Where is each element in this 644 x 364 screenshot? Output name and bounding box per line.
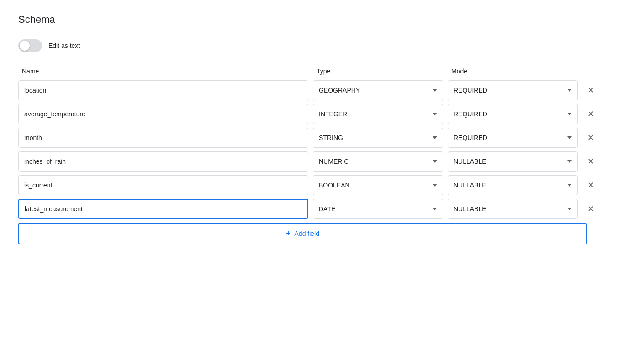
column-mode-header: Mode xyxy=(444,66,579,77)
remove-field-button[interactable]: ✕ xyxy=(582,82,599,99)
page-title: Schema xyxy=(18,14,626,26)
table-row: GEOGRAPHYINTEGERSTRINGNUMERICBOOLEANDATE… xyxy=(18,175,626,195)
remove-field-button[interactable]: ✕ xyxy=(582,130,599,146)
remove-field-button[interactable]: ✕ xyxy=(582,177,599,193)
field-type-select[interactable]: GEOGRAPHYINTEGERSTRINGNUMERICBOOLEANDATE… xyxy=(313,199,443,219)
field-type-select[interactable]: GEOGRAPHYINTEGERSTRINGNUMERICBOOLEANDATE… xyxy=(313,151,443,172)
edit-as-text-toggle-row: Edit as text xyxy=(18,39,626,52)
table-row: GEOGRAPHYINTEGERSTRINGNUMERICBOOLEANDATE… xyxy=(18,128,626,148)
plus-icon: + xyxy=(286,229,291,238)
field-mode-select[interactable]: REQUIREDNULLABLEREPEATED xyxy=(448,175,578,195)
field-type-select[interactable]: GEOGRAPHYINTEGERSTRINGNUMERICBOOLEANDATE… xyxy=(313,80,443,100)
field-mode-select[interactable]: REQUIREDNULLABLEREPEATED xyxy=(448,80,578,100)
field-type-select[interactable]: GEOGRAPHYINTEGERSTRINGNUMERICBOOLEANDATE… xyxy=(313,128,443,148)
column-type-header: Type xyxy=(309,66,444,77)
table-row: GEOGRAPHYINTEGERSTRINGNUMERICBOOLEANDATE… xyxy=(18,151,626,172)
field-name-input[interactable] xyxy=(18,128,308,148)
field-name-input[interactable] xyxy=(18,151,308,172)
edit-as-text-label: Edit as text xyxy=(48,42,80,49)
table-row: GEOGRAPHYINTEGERSTRINGNUMERICBOOLEANDATE… xyxy=(18,104,626,124)
remove-field-button[interactable]: ✕ xyxy=(582,201,599,217)
field-type-select[interactable]: GEOGRAPHYINTEGERSTRINGNUMERICBOOLEANDATE… xyxy=(313,175,443,195)
table-row: GEOGRAPHYINTEGERSTRINGNUMERICBOOLEANDATE… xyxy=(18,80,626,100)
column-name-header: Name xyxy=(19,66,309,77)
remove-field-button[interactable]: ✕ xyxy=(582,106,599,122)
field-name-input[interactable] xyxy=(18,80,308,100)
schema-header: Name Type Mode xyxy=(18,66,626,77)
table-row: GEOGRAPHYINTEGERSTRINGNUMERICBOOLEANDATE… xyxy=(18,199,626,219)
field-name-input[interactable] xyxy=(18,199,308,219)
field-mode-select[interactable]: REQUIREDNULLABLEREPEATED xyxy=(448,104,578,124)
field-name-input[interactable] xyxy=(18,175,308,195)
field-name-input[interactable] xyxy=(18,104,308,124)
field-mode-select[interactable]: REQUIREDNULLABLEREPEATED xyxy=(448,151,578,172)
field-mode-select[interactable]: REQUIREDNULLABLEREPEATED xyxy=(448,199,578,219)
add-field-label: Add field xyxy=(295,230,319,237)
field-mode-select[interactable]: REQUIREDNULLABLEREPEATED xyxy=(448,128,578,148)
schema-rows: GEOGRAPHYINTEGERSTRINGNUMERICBOOLEANDATE… xyxy=(18,80,626,219)
remove-field-button[interactable]: ✕ xyxy=(582,153,599,170)
edit-as-text-toggle[interactable] xyxy=(18,39,42,52)
add-field-button[interactable]: + Add field xyxy=(18,223,587,244)
field-type-select[interactable]: GEOGRAPHYINTEGERSTRINGNUMERICBOOLEANDATE… xyxy=(313,104,443,124)
